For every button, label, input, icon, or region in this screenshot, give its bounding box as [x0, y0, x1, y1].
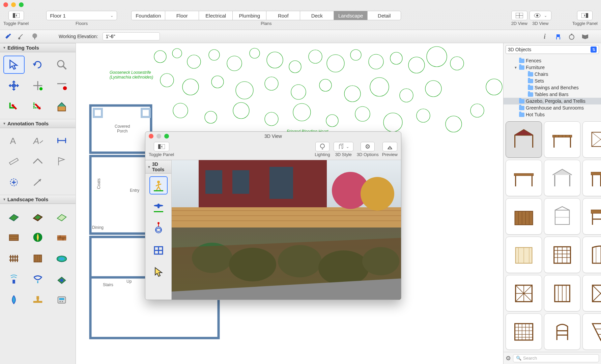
gear-icon[interactable]: ⚙	[506, 355, 511, 362]
deck-tool[interactable]	[3, 228, 25, 246]
record-tool[interactable]	[51, 77, 72, 95]
walk-tool[interactable]	[149, 176, 168, 194]
3d-options-button[interactable]: ⚙	[361, 142, 375, 151]
tree-node-tables-and-bars[interactable]: Tables and Bars	[504, 91, 601, 98]
object-thumbnail[interactable]	[506, 237, 542, 273]
maximize-icon[interactable]	[164, 134, 169, 139]
fence-panel-tool[interactable]	[27, 249, 49, 267]
arrow-tool[interactable]	[27, 173, 49, 191]
toggle-right-panel-button[interactable]	[577, 11, 593, 20]
tree-node-greenhouse-and-sunrooms[interactable]: Greenhouse and Sunrooms	[504, 104, 601, 111]
3d-titlebar[interactable]: 3D View	[145, 132, 401, 141]
select-tool[interactable]	[3, 56, 25, 74]
plan-tab-roof[interactable]: Roof	[266, 11, 300, 20]
tape-tool[interactable]	[3, 152, 25, 171]
text-tool[interactable]: A	[3, 131, 25, 150]
water-drop-tool[interactable]	[3, 291, 25, 309]
pond-tool[interactable]	[51, 249, 72, 267]
house-tool[interactable]	[51, 97, 72, 116]
3d-toggle-panel-button[interactable]	[154, 142, 169, 151]
object-thumbnail[interactable]	[582, 121, 601, 158]
editing-tools-header[interactable]: Editing Tools	[0, 43, 76, 52]
info-icon[interactable]: i	[540, 32, 549, 41]
object-thumbnail[interactable]	[582, 160, 601, 196]
lawn-tool[interactable]	[3, 207, 25, 225]
minimize-icon[interactable]	[11, 2, 16, 7]
plan-tab-landscape[interactable]: Landscape	[334, 11, 367, 20]
path-tool[interactable]	[51, 207, 72, 225]
drip-tool[interactable]	[27, 270, 49, 288]
3d-style-button[interactable]: ⌄	[334, 142, 353, 151]
object-thumbnail[interactable]	[506, 275, 542, 311]
object-thumbnail[interactable]	[582, 313, 601, 350]
object-thumbnail[interactable]	[582, 237, 601, 273]
controller-tool[interactable]	[51, 291, 72, 309]
object-thumbnail[interactable]	[544, 121, 580, 158]
close-icon[interactable]	[3, 2, 8, 7]
library-search-input[interactable]: 🔍 Search	[513, 354, 599, 362]
minimize-icon[interactable]	[156, 134, 161, 139]
compass-tool[interactable]	[27, 228, 49, 246]
sprinkler-tool[interactable]	[3, 270, 25, 288]
view-3d-button[interactable]: ⌄	[530, 11, 551, 20]
lighting-button[interactable]	[315, 142, 330, 151]
brush-icon[interactable]	[17, 32, 26, 41]
floor-select[interactable]: Floor 1 ⌄	[46, 11, 117, 20]
plan-tab-detail[interactable]: Detail	[367, 11, 401, 20]
corner-out-tool[interactable]	[27, 97, 49, 116]
revision-cloud-tool[interactable]	[3, 173, 25, 191]
elevation-input[interactable]	[103, 32, 160, 40]
annotation-tools-header[interactable]: Annotation Tools	[0, 119, 76, 128]
rotate-tool[interactable]	[27, 56, 49, 74]
flag-tool[interactable]	[51, 152, 72, 171]
fence-picket-tool[interactable]	[3, 249, 25, 267]
stopwatch-icon[interactable]	[567, 32, 576, 41]
bed-tool[interactable]	[27, 207, 49, 225]
object-thumbnail[interactable]	[544, 160, 580, 196]
plan-tab-foundation[interactable]: Foundation	[131, 11, 165, 20]
close-icon[interactable]	[149, 134, 153, 139]
object-thumbnail[interactable]	[582, 198, 601, 235]
object-thumbnail[interactable]	[544, 275, 580, 311]
zoom-tool[interactable]	[51, 56, 72, 74]
tree-node-sets[interactable]: Sets	[504, 78, 601, 84]
book-icon[interactable]	[581, 32, 590, 41]
view-2d-button[interactable]	[511, 11, 527, 20]
text-italic-tool[interactable]: A	[27, 131, 49, 150]
valve-tool[interactable]	[27, 291, 49, 309]
orbit-tool[interactable]	[149, 219, 168, 238]
object-thumbnail[interactable]	[506, 313, 542, 350]
fly-tool[interactable]	[149, 198, 168, 216]
landscape-tools-header[interactable]: Landscape Tools	[0, 195, 76, 204]
plan-tab-plumbing[interactable]: Plumbing	[232, 11, 266, 20]
preview-button[interactable]	[382, 142, 397, 151]
toggle-left-panel-button[interactable]	[8, 11, 24, 20]
select-3d-tool[interactable]	[149, 263, 168, 281]
plan-tab-deck[interactable]: Deck	[300, 11, 334, 20]
plan-tab-electrical[interactable]: Electrical	[199, 11, 232, 20]
tree-node-furniture[interactable]: ▼Furniture	[504, 64, 601, 71]
dimension-tool[interactable]	[51, 131, 72, 150]
drain-tool[interactable]	[51, 270, 72, 288]
floorplan-3d-tool[interactable]	[149, 241, 168, 259]
object-thumbnail[interactable]	[506, 198, 542, 235]
wall-tool[interactable]	[51, 228, 72, 246]
3d-viewport[interactable]	[172, 160, 401, 300]
object-thumbnail[interactable]	[544, 198, 580, 235]
pan-tool[interactable]	[3, 77, 25, 95]
object-thumbnail[interactable]	[544, 237, 580, 273]
tree-node-fences[interactable]: Fences	[504, 57, 601, 64]
tree-node-swings-and-benches[interactable]: Swings and Benches	[504, 84, 601, 91]
object-thumbnail[interactable]	[506, 160, 542, 196]
hammer-icon[interactable]	[3, 32, 12, 41]
plan-tab-floor[interactable]: Floor	[165, 11, 199, 20]
maximize-icon[interactable]	[19, 2, 24, 7]
3d-tools-header[interactable]: 3D Tools	[145, 160, 171, 174]
object-thumbnail[interactable]	[544, 313, 580, 350]
snap-tool[interactable]	[27, 77, 49, 95]
tree-node-hot-tubs[interactable]: Hot Tubs	[504, 111, 601, 118]
object-thumbnail[interactable]	[582, 275, 601, 311]
library-type-select[interactable]: 3D Objects ⇅	[506, 45, 599, 54]
corner-in-tool[interactable]	[3, 97, 25, 116]
chair-icon[interactable]	[554, 32, 563, 41]
